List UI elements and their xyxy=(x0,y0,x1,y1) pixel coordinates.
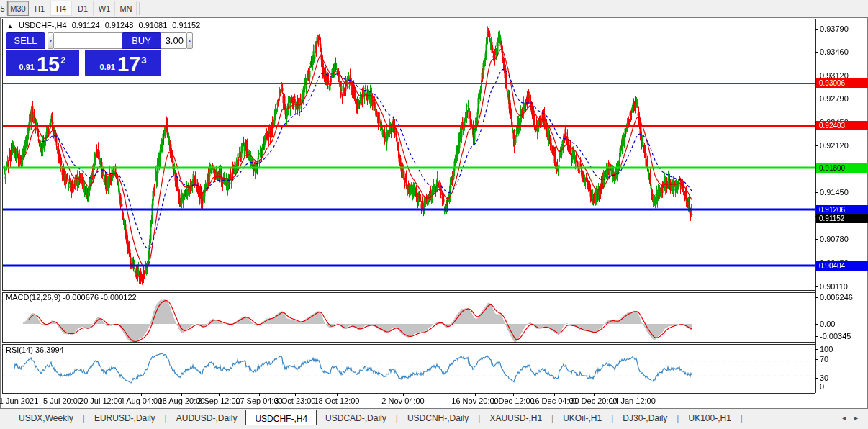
sell-price-pip: 2 xyxy=(60,55,65,66)
sell-price-small: 0.91 xyxy=(19,63,35,71)
buy-price-big: 17 xyxy=(117,55,140,73)
price-level-tag: 0.91800 xyxy=(816,163,868,173)
volume-decrease-button[interactable]: ▼ xyxy=(48,32,54,49)
date-axis-label: 2 Nov 04:00 xyxy=(381,397,424,405)
timeframe-button-d1[interactable]: D1 xyxy=(72,1,94,16)
timeframe-toolbar: 5M30H1H4D1W1MN xyxy=(0,0,868,17)
macd-axis-tick-label: -0.00345 xyxy=(820,332,867,340)
rsi-axis-tick-label: 0 xyxy=(820,382,867,391)
tab-separator: | xyxy=(740,413,743,423)
one-click-trading-panel: SELL ▼ ▲ BUY 0.91 15 2 0.91 17 3 xyxy=(6,32,161,77)
status-strip xyxy=(0,426,868,429)
buy-price-pip: 3 xyxy=(141,55,146,66)
date-axis-label: 5 Jul 20:00 xyxy=(43,397,82,405)
rsi-axis-tick-label: 100 xyxy=(820,345,867,353)
chart-tab-usdcnh-daily[interactable]: USDCNH-,Daily xyxy=(399,411,477,425)
chart-tab-eurusd-daily[interactable]: EURUSD-,Daily xyxy=(86,411,164,425)
high-value: 0.91248 xyxy=(105,21,134,30)
timeframe-button-h1[interactable]: H1 xyxy=(29,1,50,16)
date-axis-label: 14 Jan 12:00 xyxy=(610,397,656,405)
chart-title: ▲ USDCHF-,H4 0.91124 0.91248 0.91081 0.9… xyxy=(7,21,203,30)
price-axis-tick-label: 0.93460 xyxy=(820,48,867,56)
chart-tab-dj30-daily[interactable]: DJ30-,Daily xyxy=(614,411,676,425)
volume-input[interactable] xyxy=(54,32,186,49)
date-axis-label: 18 Oct 12:00 xyxy=(315,397,360,405)
buy-price-small: 0.91 xyxy=(100,63,115,71)
timeframe-button-m30[interactable]: M30 xyxy=(7,1,29,16)
close-value: 0.91152 xyxy=(172,21,200,30)
tab-scroll-right-button[interactable]: ► xyxy=(850,415,862,422)
collapse-triangle-icon[interactable]: ▲ xyxy=(7,23,13,30)
price-axis-tick-label: 0.93790 xyxy=(820,24,867,33)
timeframe-button-mn[interactable]: MN xyxy=(115,1,137,16)
sell-price-box[interactable]: 0.91 15 2 xyxy=(6,50,79,76)
price-level-tag: 0.92403 xyxy=(816,121,868,130)
date-axis-label: 4 Aug 04:00 xyxy=(120,397,163,405)
toolbar-separator xyxy=(139,2,140,15)
open-value: 0.91124 xyxy=(72,21,100,30)
chart-tab-audusd-daily[interactable]: AUDUSD-,Daily xyxy=(168,411,246,425)
chart-tab-uk100-h1[interactable]: UK100-,H1 xyxy=(679,411,739,425)
buy-button[interactable]: BUY xyxy=(122,32,161,49)
chart-tab-xauusd-h1[interactable]: XAUUSD-,H1 xyxy=(481,411,551,425)
chart-tab-usdx-weekly[interactable]: USDX,Weekly xyxy=(10,411,82,425)
sell-price-big: 15 xyxy=(37,55,60,73)
macd-axis-tick-label: 0.006246 xyxy=(820,293,867,302)
chart-tab-bar: USDX,Weekly|EURUSD-,Daily|AUDUSD-,DailyU… xyxy=(0,410,868,426)
tab-scroll-controls: ◄► xyxy=(838,415,868,422)
date-axis-label: 2 Sep 12:00 xyxy=(197,397,240,405)
current-price-tag: 0.91152 xyxy=(816,214,868,223)
price-level-tag: 0.93006 xyxy=(816,78,868,88)
price-axis-tick-label: 0.90780 xyxy=(820,235,867,243)
volume-spinner: ▼ ▲ xyxy=(48,32,119,49)
volume-increase-button[interactable]: ▲ xyxy=(186,32,193,49)
symbol-period-label: USDCHF-,H4 xyxy=(19,21,67,30)
macd-axis-tick-label: 0.00 xyxy=(820,320,867,328)
price-level-tag: 0.90404 xyxy=(816,261,868,271)
rsi-axis-tick-label: 70 xyxy=(820,355,867,363)
date-axis-label: 1 Dec 12:00 xyxy=(492,397,534,405)
price-axis-tick-label: 0.92120 xyxy=(820,141,867,150)
date-axis-label: 20 Jul 12:00 xyxy=(79,397,122,405)
price-axis-tick-label: 0.92790 xyxy=(820,94,867,103)
macd-indicator-label: MACD(12,26,9) -0.000676 -0.000122 xyxy=(6,293,137,302)
chart-tab-usdchf-h4[interactable]: USDCHF-,H4 xyxy=(245,410,317,425)
timeframe-button-5[interactable]: 5 xyxy=(0,1,7,16)
low-value: 0.91081 xyxy=(139,21,168,30)
sell-button[interactable]: SELL xyxy=(6,32,45,49)
chart-tab-ukoil-h1[interactable]: UKOil-,H1 xyxy=(554,411,610,425)
rsi-indicator-label: RSI(14) 36.3994 xyxy=(6,346,64,354)
buy-price-box[interactable]: 0.91 17 3 xyxy=(85,50,161,76)
price-axis-tick-label: 0.90110 xyxy=(820,282,867,291)
chart-tab-usdcad-daily[interactable]: USDCAD-,Daily xyxy=(317,411,395,425)
date-axis-label: 3 Oct 23:00 xyxy=(275,397,316,405)
date-axis-label: 21 Jun 2021 xyxy=(0,397,38,405)
timeframe-button-h4[interactable]: H4 xyxy=(50,1,72,16)
tab-scroll-left-button[interactable]: ◄ xyxy=(838,415,850,422)
timeframe-button-w1[interactable]: W1 xyxy=(94,1,115,16)
price-axis-tick-label: 0.91450 xyxy=(820,188,867,197)
rsi-axis-tick-label: 30 xyxy=(820,374,867,382)
price-level-tag: 0.91206 xyxy=(816,205,868,214)
